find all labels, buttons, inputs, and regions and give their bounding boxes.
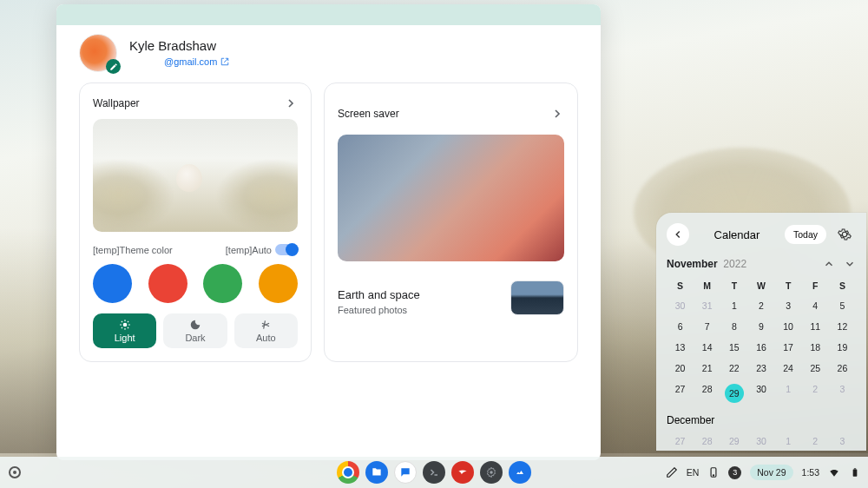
dark-mode-button[interactable]: Dark: [163, 313, 227, 348]
calendar-day[interactable]: 2: [747, 296, 774, 315]
theme-color-label: [temp]Theme color: [93, 245, 173, 255]
calendar-day[interactable]: 2: [802, 379, 829, 407]
calendar-day[interactable]: 6: [667, 317, 694, 336]
calendar-day[interactable]: 22: [720, 359, 747, 378]
calendar-day[interactable]: 28: [694, 379, 720, 407]
auto-mode-button[interactable]: Auto: [234, 313, 298, 348]
calendar-day[interactable]: 8: [720, 317, 747, 336]
terminal-icon[interactable]: [423, 461, 445, 484]
calendar-day[interactable]: 27: [667, 432, 694, 451]
next-month-label: December: [667, 414, 856, 426]
color-swatch-1[interactable]: [148, 264, 187, 303]
stylus-icon[interactable]: [666, 466, 678, 478]
profile-email-link[interactable]: @gmail.com: [164, 56, 229, 67]
edit-avatar-button[interactable]: [106, 59, 121, 74]
calendar-day[interactable]: 13: [667, 338, 694, 357]
status-tray[interactable]: EN 3 Nov 29 1:53: [666, 465, 861, 480]
calendar-day[interactable]: 16: [747, 338, 774, 357]
calendar-day[interactable]: 15: [720, 338, 747, 357]
dow-header: F: [802, 277, 829, 294]
calendar-day[interactable]: 2: [802, 432, 829, 451]
wallpaper-preview[interactable]: [93, 119, 298, 232]
calendar-day[interactable]: 24: [775, 359, 802, 378]
calendar-day[interactable]: 7: [694, 317, 720, 336]
date-pill[interactable]: Nov 29: [750, 465, 792, 480]
calendar-day[interactable]: 30: [747, 379, 774, 407]
chrome-icon[interactable]: [337, 461, 359, 484]
calendar-day[interactable]: 1: [775, 379, 802, 407]
auto-theme-label: [temp]Auto: [226, 245, 272, 255]
dow-header: T: [720, 277, 747, 294]
calendar-day[interactable]: 29: [720, 432, 747, 451]
dow-header: W: [747, 277, 774, 294]
calendar-day[interactable]: 25: [802, 359, 829, 378]
calendar-day[interactable]: 31: [694, 296, 720, 315]
calendar-day[interactable]: 18: [802, 338, 829, 357]
calendar-grid: SMTWTFS303112345678910111213141516171819…: [667, 277, 856, 407]
calendar-settings-icon[interactable]: [833, 223, 856, 246]
color-swatch-2[interactable]: [203, 264, 242, 303]
calendar-day[interactable]: 19: [829, 338, 856, 357]
calendar-day[interactable]: 3: [775, 296, 802, 315]
calendar-day[interactable]: 28: [694, 432, 720, 451]
phone-icon[interactable]: [707, 466, 720, 478]
screensaver-preview[interactable]: [338, 135, 564, 261]
svg-point-2: [490, 471, 493, 474]
prev-month-button[interactable]: [823, 258, 835, 270]
calendar-day[interactable]: 11: [802, 317, 829, 336]
calendar-day[interactable]: 1: [775, 432, 802, 451]
profile-name: Kyle Bradshaw: [129, 38, 229, 53]
calendar-title: Calendar: [696, 228, 778, 241]
calendar-day[interactable]: 26: [829, 359, 856, 378]
calendar-day[interactable]: 21: [694, 359, 720, 378]
screensaver-card: Screen saver Earth and space Featured ph…: [324, 82, 578, 362]
personalization-window: Kyle Bradshaw @gmail.com Wallpaper [temp…: [56, 4, 601, 460]
calendar-back-button[interactable]: [667, 223, 689, 246]
calendar-day[interactable]: 30: [747, 432, 774, 451]
photos-shelf-icon[interactable]: [509, 461, 531, 484]
calendar-day[interactable]: 30: [667, 296, 694, 315]
shelf: EN 3 Nov 29 1:53: [0, 457, 868, 488]
screensaver-chevron-icon[interactable]: [550, 107, 564, 121]
files-icon[interactable]: [365, 461, 388, 484]
calendar-day[interactable]: 27: [667, 379, 694, 407]
profile-header: Kyle Bradshaw @gmail.com: [79, 34, 578, 72]
battery-icon[interactable]: [849, 466, 861, 478]
calendar-day[interactable]: 14: [694, 338, 720, 357]
dow-header: S: [667, 277, 694, 294]
calendar-day[interactable]: 3: [829, 379, 856, 407]
calendar-day[interactable]: 5: [829, 296, 856, 315]
calendar-panel: Calendar Today November 2022 SMTWTFS3031…: [656, 213, 866, 451]
color-swatch-3[interactable]: [259, 264, 298, 303]
stadia-icon[interactable]: [451, 461, 474, 484]
color-swatch-0[interactable]: [93, 264, 132, 303]
wifi-icon[interactable]: [828, 466, 840, 478]
light-mode-button[interactable]: Light: [93, 313, 156, 348]
calendar-day[interactable]: 1: [720, 296, 747, 315]
calendar-day[interactable]: 9: [747, 317, 774, 336]
calendar-day[interactable]: 29: [720, 379, 747, 407]
next-month-button[interactable]: [844, 258, 856, 270]
messages-icon[interactable]: [394, 461, 417, 484]
wallpaper-chevron-icon[interactable]: [284, 96, 298, 110]
color-swatches: [93, 264, 298, 303]
window-titlebar: [56, 4, 601, 25]
launcher-button[interactable]: [9, 466, 21, 478]
calendar-day[interactable]: 20: [667, 359, 694, 378]
lang-indicator[interactable]: EN: [687, 467, 700, 478]
dow-header: S: [829, 277, 856, 294]
calendar-day[interactable]: 10: [775, 317, 802, 336]
dow-header: T: [775, 277, 802, 294]
auto-theme-toggle[interactable]: [275, 244, 298, 255]
calendar-day[interactable]: 4: [802, 296, 829, 315]
screensaver-thumbnail[interactable]: [510, 280, 564, 315]
today-button[interactable]: Today: [785, 225, 826, 244]
calendar-day[interactable]: 23: [747, 359, 774, 378]
clock[interactable]: 1:53: [802, 467, 819, 478]
calendar-day[interactable]: 3: [829, 432, 856, 451]
notification-count[interactable]: 3: [728, 466, 741, 479]
shelf-apps: [337, 461, 531, 484]
calendar-day[interactable]: 12: [829, 317, 856, 336]
settings-shelf-icon[interactable]: [480, 461, 503, 484]
calendar-day[interactable]: 17: [775, 338, 802, 357]
